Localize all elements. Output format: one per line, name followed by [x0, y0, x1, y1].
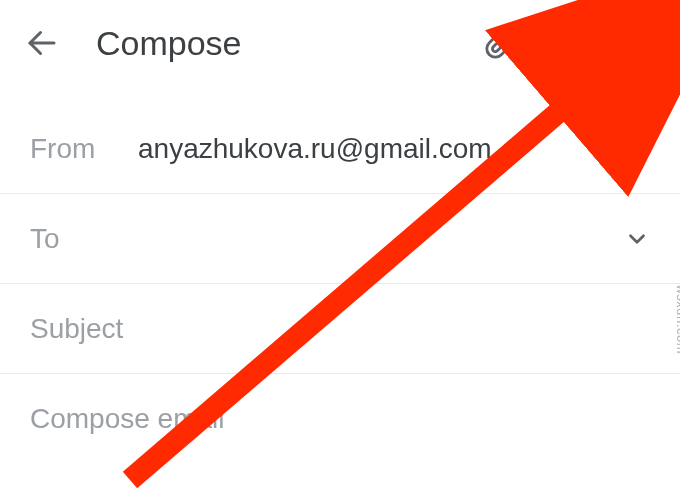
back-icon[interactable] — [24, 25, 60, 61]
from-row[interactable]: From anyazhukova.ru@gmail.com — [0, 104, 680, 194]
to-label: To — [30, 223, 138, 255]
attach-icon[interactable] — [484, 26, 518, 60]
compose-body-input[interactable]: Compose email — [30, 403, 225, 435]
to-chevron-down-icon[interactable] — [624, 226, 650, 252]
more-menu-icon[interactable] — [642, 26, 652, 60]
svg-point-3 — [643, 51, 650, 58]
from-label: From — [30, 133, 138, 165]
svg-point-1 — [643, 28, 650, 35]
send-icon[interactable] — [562, 25, 598, 61]
subject-input[interactable]: Subject — [30, 313, 123, 345]
watermark: wsxdn.com — [674, 284, 680, 354]
page-title: Compose — [96, 24, 484, 63]
svg-point-2 — [643, 39, 650, 46]
compose-header: Compose — [0, 0, 680, 86]
to-row[interactable]: To — [0, 194, 680, 284]
body-row[interactable]: Compose email — [0, 374, 680, 464]
subject-row[interactable]: Subject — [0, 284, 680, 374]
header-actions — [484, 25, 656, 61]
from-chevron-down-icon[interactable] — [624, 136, 650, 162]
from-value: anyazhukova.ru@gmail.com — [138, 133, 492, 165]
